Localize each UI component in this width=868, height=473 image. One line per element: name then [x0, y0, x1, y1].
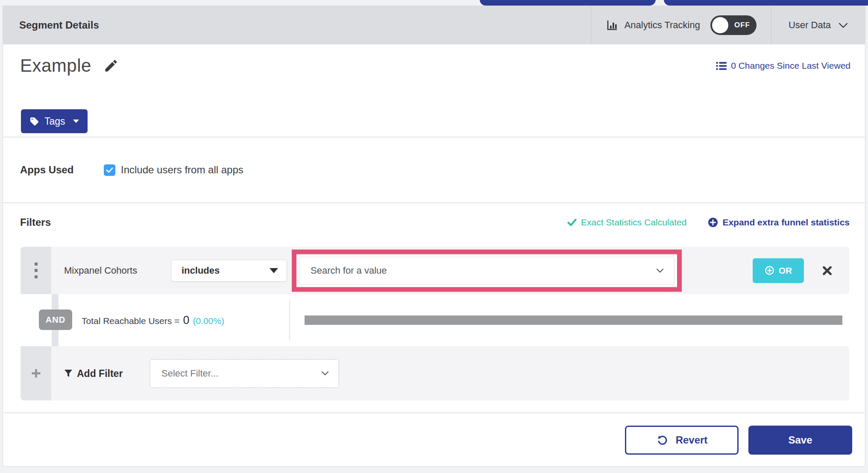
add-filter-content: Add Filter Select Filter...	[51, 346, 849, 400]
add-filter-handle	[21, 346, 51, 400]
add-or-condition-button[interactable]: OR	[753, 258, 804, 283]
segment-name: Example	[20, 55, 91, 76]
filters-heading: Filters	[20, 216, 51, 228]
value-select-placeholder: Search for a value	[299, 265, 387, 276]
tags-button-label: Tags	[44, 116, 65, 127]
expand-funnel-statistics-label: Expand extra funnel statistics	[722, 217, 850, 228]
caret-down-icon	[73, 120, 79, 123]
bar-chart-icon	[606, 19, 619, 32]
chevron-down-icon	[321, 371, 329, 376]
circle-plus-icon	[708, 217, 718, 228]
operator-select[interactable]: includes	[171, 260, 287, 282]
total-reachable-users: Total Reachable Users = 0 (0.00%)	[82, 314, 224, 327]
remove-filter-icon[interactable]	[821, 265, 833, 276]
apps-used-label: Apps Used	[20, 164, 104, 176]
filter-drag-handle[interactable]	[21, 247, 51, 294]
add-filter-label-group: Add Filter	[64, 368, 123, 379]
analytics-tracking-label: Analytics Tracking	[625, 20, 700, 31]
edit-pencil-icon[interactable]	[103, 58, 119, 73]
changes-since-last-viewed-link[interactable]: 0 Changes Since Last Viewed	[716, 61, 850, 71]
and-summary-row: AND Total Reachable Users = 0 (0.00%)	[21, 294, 849, 346]
changelog-list-icon	[716, 61, 727, 70]
reach-label: Total Reachable Users =	[82, 316, 179, 326]
select-filter-placeholder: Select Filter...	[150, 368, 218, 379]
reach-percent: (0.00%)	[193, 316, 224, 326]
add-filter-row: Add Filter Select Filter...	[21, 346, 849, 400]
changes-link-label: 0 Changes Since Last Viewed	[731, 61, 850, 71]
analytics-tracking-group: Analytics Tracking OFF	[591, 6, 771, 44]
filter-row: Mixpanel Cohorts includes Search for a v…	[21, 247, 849, 294]
revert-button[interactable]: Revert	[625, 426, 739, 455]
caret-down-icon	[270, 268, 278, 273]
checkmark-icon	[106, 167, 113, 173]
segment-details-panel: Segment Details Analytics Tracking OFF	[3, 6, 865, 467]
header-bar: Segment Details Analytics Tracking OFF	[3, 6, 865, 44]
or-button-label: OR	[779, 266, 792, 276]
reach-progress-bar	[305, 315, 842, 325]
chevron-down-icon	[656, 268, 664, 273]
circle-plus-icon	[765, 266, 774, 275]
tag-icon	[29, 117, 39, 126]
drag-dots-icon	[35, 263, 38, 278]
save-button-label: Save	[788, 434, 812, 446]
revert-button-label: Revert	[676, 434, 708, 446]
plus-icon	[31, 368, 41, 379]
footer-actions: Revert Save	[3, 413, 865, 467]
filter-field-label: Mixpanel Cohorts	[64, 265, 137, 276]
title-section: Example 0 Changes Since Last Viewed	[3, 44, 865, 137]
include-all-apps-checkbox[interactable]	[104, 164, 115, 176]
operator-select-value: includes	[171, 265, 220, 276]
reach-count: 0	[183, 314, 189, 327]
header-right: Analytics Tracking OFF User Data	[591, 6, 865, 44]
and-badge: AND	[39, 309, 72, 330]
analytics-tracking-toggle[interactable]: OFF	[710, 15, 757, 35]
chevron-down-icon	[839, 23, 848, 28]
tags-button[interactable]: Tags	[21, 109, 88, 133]
select-filter-dropdown[interactable]: Select Filter...	[150, 359, 339, 388]
annotation-highlight-box: Search for a value	[292, 249, 682, 292]
toggle-state-label: OFF	[734, 21, 750, 29]
exact-statistics-label: Exact Statistics Calculated	[581, 217, 686, 228]
filters-section: Filters Exact Statistics Calculated	[3, 203, 865, 412]
expand-funnel-statistics-link[interactable]: Expand extra funnel statistics	[708, 217, 850, 228]
toggle-knob	[712, 17, 728, 33]
exact-statistics-status: Exact Statistics Calculated	[567, 217, 686, 228]
funnel-icon	[64, 369, 73, 378]
undo-icon	[656, 434, 668, 446]
user-data-dropdown[interactable]: User Data	[771, 6, 865, 44]
add-filter-label: Add Filter	[77, 368, 123, 379]
filter-rows: Mixpanel Cohorts includes Search for a v…	[21, 247, 849, 400]
value-search-select[interactable]: Search for a value	[299, 257, 674, 284]
background-tab-right[interactable]	[664, 0, 868, 6]
include-all-apps-label: Include users from all apps	[121, 164, 243, 176]
save-button[interactable]: Save	[748, 426, 852, 455]
page-title: Segment Details	[3, 19, 99, 31]
apps-used-section: Apps Used Include users from all apps	[3, 137, 865, 202]
check-icon	[567, 219, 577, 226]
user-data-label: User Data	[789, 20, 831, 31]
background-tab-left[interactable]	[480, 0, 656, 6]
vertical-divider	[289, 300, 290, 340]
filter-row-content: Mixpanel Cohorts includes Search for a v…	[51, 247, 849, 294]
